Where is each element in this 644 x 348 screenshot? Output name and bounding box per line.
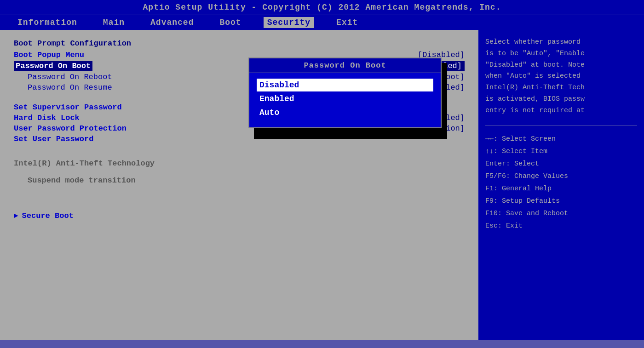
password-on-resume-label[interactable]: Password On Resume bbox=[28, 83, 112, 92]
shortcut-key-f1: F1: bbox=[485, 185, 498, 193]
shortcut-action-f10: Save and Reboot bbox=[506, 210, 568, 217]
boot-popup-label[interactable]: Boot Popup Menu bbox=[14, 51, 84, 59]
shortcut-key-f5f6: F5/F6: bbox=[485, 172, 510, 180]
shortcut-select-item: ↑↓: Select Item bbox=[485, 146, 637, 157]
shortcut-action-enter: Select bbox=[514, 160, 539, 168]
shortcut-key-enter: Enter: bbox=[485, 160, 510, 168]
set-user-password-label[interactable]: Set User Password bbox=[14, 135, 93, 143]
nav-item-boot[interactable]: Boot bbox=[216, 17, 245, 28]
shortcut-key-f9: F9: bbox=[485, 197, 498, 205]
shortcut-key-f10: F10: bbox=[485, 210, 502, 217]
modal-overlay: Password On Boot Disabled Enabled Auto bbox=[248, 57, 442, 128]
modal-option-enabled[interactable]: Enabled bbox=[257, 92, 433, 105]
nav-bar: Information Main Advanced Boot Security … bbox=[0, 15, 644, 30]
modal-option-disabled[interactable]: Disabled bbox=[257, 79, 433, 91]
shortcut-action-f5f6: Change Values bbox=[514, 172, 568, 180]
modal-content: Disabled Enabled Auto bbox=[249, 73, 441, 127]
shortcut-f10: F10: Save and Reboot bbox=[485, 208, 637, 219]
set-supervisor-label[interactable]: Set Supervisor Password bbox=[14, 103, 122, 112]
shortcut-action-select-item: Select Item bbox=[502, 148, 547, 155]
password-on-reboot-label[interactable]: Password On Reboot bbox=[28, 73, 112, 81]
user-password-protection-label[interactable]: User Password Protection bbox=[14, 124, 126, 133]
modal-box: Password On Boot Disabled Enabled Auto bbox=[248, 57, 442, 128]
nav-item-information[interactable]: Information bbox=[14, 17, 81, 28]
shortcut-select-screen: →←: Select Screen bbox=[485, 134, 637, 145]
secure-boot-row[interactable]: ► Secure Boot bbox=[14, 210, 465, 222]
intel-anti-theft-label: Intel(R) Anti-Theft Technology bbox=[14, 159, 155, 168]
shortcuts-section: →←: Select Screen ↑↓: Select Item Enter:… bbox=[485, 126, 637, 232]
left-panel: Boot Prompt Configuration Boot Popup Men… bbox=[0, 30, 478, 340]
section-title: Boot Prompt Configuration bbox=[14, 39, 465, 48]
nav-item-advanced[interactable]: Advanced bbox=[147, 17, 197, 28]
title-bar: Aptio Setup Utility - Copyright (C) 2012… bbox=[0, 0, 644, 15]
modal-title: Password On Boot bbox=[249, 58, 441, 73]
shortcut-f9: F9: Setup Defaults bbox=[485, 196, 637, 207]
suspend-mode-label: Suspend mode transition bbox=[28, 176, 136, 185]
shortcut-action-f1: General Help bbox=[502, 185, 552, 193]
shortcut-key-esc: Esc: bbox=[485, 222, 502, 230]
triangle-icon: ► bbox=[14, 212, 18, 220]
main-content: Boot Prompt Configuration Boot Popup Men… bbox=[0, 30, 644, 340]
hard-disk-lock-label[interactable]: Hard Disk Lock bbox=[14, 114, 80, 122]
nav-item-main[interactable]: Main bbox=[99, 17, 128, 28]
shortcut-action-select-screen: Select Screen bbox=[502, 135, 556, 143]
shortcut-action-f9: Setup Defaults bbox=[502, 197, 560, 205]
shortcut-action-esc: Exit bbox=[506, 222, 523, 230]
shortcut-enter: Enter: Select bbox=[485, 159, 637, 170]
shortcut-f1: F1: General Help bbox=[485, 183, 637, 194]
nav-item-security[interactable]: Security bbox=[264, 17, 314, 28]
right-panel-description: Select whether password is to be "Auto",… bbox=[485, 37, 637, 116]
right-panel: Select whether password is to be "Auto",… bbox=[478, 30, 644, 340]
modal-option-auto[interactable]: Auto bbox=[257, 106, 433, 119]
shortcut-key-select-item: ↑↓: bbox=[485, 148, 498, 155]
shortcut-f5f6: F5/F6: Change Values bbox=[485, 171, 637, 182]
menu-row-suspend-mode: Suspend mode transition bbox=[14, 171, 465, 187]
password-on-boot-label[interactable]: Password On Boot bbox=[14, 61, 92, 71]
nav-item-exit[interactable]: Exit bbox=[333, 17, 362, 28]
title-text: Aptio Setup Utility - Copyright (C) 2012… bbox=[143, 3, 501, 12]
secure-boot-label[interactable]: Secure Boot bbox=[22, 211, 74, 220]
menu-row-intel-anti-theft: Intel(R) Anti-Theft Technology bbox=[14, 154, 465, 170]
shortcut-key-select-screen: →←: bbox=[485, 135, 498, 143]
shortcut-esc: Esc: Exit bbox=[485, 221, 637, 232]
